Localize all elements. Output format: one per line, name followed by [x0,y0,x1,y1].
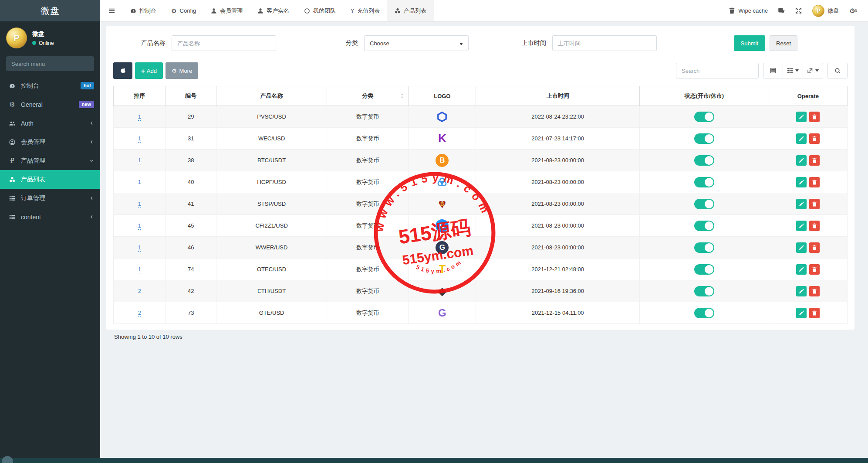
brand[interactable]: 微盘 [0,0,100,21]
sidebar-item-content[interactable]: content [0,208,100,226]
sidebar-item-dashboard[interactable]: 控制台hot [0,76,100,95]
edit-button[interactable] [796,155,807,166]
toggle-knob [705,156,713,165]
status-toggle[interactable] [694,199,714,209]
edit-button[interactable] [796,177,807,187]
tab-customer-kyc[interactable]: 客户实名 [250,0,297,21]
sort-link[interactable]: 1 [138,222,141,230]
user-menu[interactable]: P 微盘 [807,0,844,21]
product-table: 排序编号产品名称分类LOGO上市时间状态(开市/休市)Operate 129PV… [113,86,848,324]
product-logo: ♥B [436,197,449,211]
status-toggle[interactable] [694,308,714,318]
caret-down-icon [459,40,463,47]
submit-button[interactable]: Submit [734,35,765,51]
sidebar-item-auth[interactable]: Auth [0,114,100,133]
sidebar-search-input[interactable] [6,56,94,71]
sort-link[interactable]: 1 [138,201,141,208]
logo-cell: ♥B [409,193,476,215]
status-toggle[interactable] [694,155,714,166]
status-toggle[interactable] [694,177,714,187]
users-icon [8,120,17,126]
sidebar-item-order-mgmt[interactable]: 订单管理 [0,189,100,208]
fullscreen-button[interactable] [790,0,807,21]
product-name-cell: HCPF/USD [216,171,327,193]
edit-button[interactable] [796,199,807,209]
sidebar-item-product-list[interactable]: 产品列表 [0,170,100,189]
toggle-knob [705,134,713,143]
category-cell: 数字货币 [327,259,409,280]
delete-button[interactable] [809,221,820,231]
category-select[interactable]: Choose [364,35,469,51]
delete-button[interactable] [809,286,820,296]
sidebar-item-label: 控制台 [21,82,76,90]
add-button[interactable]: +Add [135,62,163,79]
delete-button[interactable] [809,112,820,122]
edit-button[interactable] [796,242,807,253]
edit-button[interactable] [796,264,807,275]
delete-button[interactable] [809,264,820,275]
translate-icon [778,7,785,14]
sidebar-item-product-mgmt[interactable]: ₽产品管理 [0,151,100,170]
sidebar-item-general[interactable]: ⚙Generalnew [0,95,100,114]
tab-product-list[interactable]: 产品列表 [387,0,434,21]
tab-config[interactable]: ⚙Config [164,0,203,21]
delete-button[interactable] [809,133,820,144]
translate-button[interactable] [773,0,790,21]
sort-link[interactable]: 1 [138,179,141,186]
edit-button[interactable] [796,221,807,231]
product-logo: ◆ [436,285,449,298]
sidebar-item-member-mgmt[interactable]: 会员管理 [0,133,100,151]
product-name-cell: ETH/USDT [216,280,327,302]
wipe-cache-button[interactable]: Wipe cache [723,0,773,21]
search-button[interactable] [827,63,848,78]
status-cell [640,171,769,193]
delete-button[interactable] [809,155,820,166]
tab-recharge-list[interactable]: ¥充值列表 [343,0,387,21]
edit-button[interactable] [796,112,807,122]
sort-link[interactable]: 1 [138,266,141,273]
edit-button[interactable] [796,133,807,144]
tab-member-mgmt[interactable]: 会员管理 [203,0,250,21]
product-name-cell: PVSC/USD [216,106,327,128]
hamburger-icon[interactable] [100,0,123,21]
sort-link[interactable]: 2 [138,310,141,317]
table-row: 174OTEC/USD数字货币T2021-12-21 02:48:00 [114,259,848,280]
status-toggle[interactable] [694,133,714,144]
status-toggle[interactable] [694,112,714,122]
edit-button[interactable] [796,286,807,296]
status-toggle[interactable] [694,286,714,296]
sort-link[interactable]: 1 [138,135,141,143]
chevron-down-icon [89,158,94,163]
export-button[interactable] [803,63,823,78]
refresh-button[interactable] [113,62,132,79]
product-list-card: 产品名称 分类 Choose 上市时间 [106,26,854,330]
expand-icon [795,7,802,14]
sort-link[interactable]: 1 [138,157,141,164]
sort-link[interactable]: 1 [138,113,141,121]
table-search-input[interactable] [676,63,759,78]
sort-link[interactable]: 1 [138,244,141,252]
delete-button[interactable] [809,199,820,209]
delete-button[interactable] [809,242,820,253]
edit-button[interactable] [796,308,807,318]
sort-icon[interactable] [400,93,404,99]
operate-cell [769,237,847,259]
tab-dashboard[interactable]: 控制台 [123,0,164,21]
tab-my-team[interactable]: 我的团队 [297,0,343,21]
status-toggle[interactable] [694,242,714,253]
product-name-input[interactable] [172,35,276,51]
reset-button[interactable]: Reset [770,35,797,51]
status-cell [640,302,769,324]
column-category[interactable]: 分类 [327,86,409,106]
listing-time-input[interactable] [552,35,657,51]
detail-view-button[interactable] [763,63,783,78]
operate-cell [769,171,847,193]
delete-button[interactable] [809,177,820,187]
columns-button[interactable] [783,63,803,78]
settings-gears-button[interactable]: ⚙⚙ [844,0,863,21]
status-toggle[interactable] [694,264,714,275]
delete-button[interactable] [809,308,820,318]
status-toggle[interactable] [694,221,714,231]
sort-link[interactable]: 2 [138,288,141,295]
more-button[interactable]: ⚙More [165,62,198,79]
